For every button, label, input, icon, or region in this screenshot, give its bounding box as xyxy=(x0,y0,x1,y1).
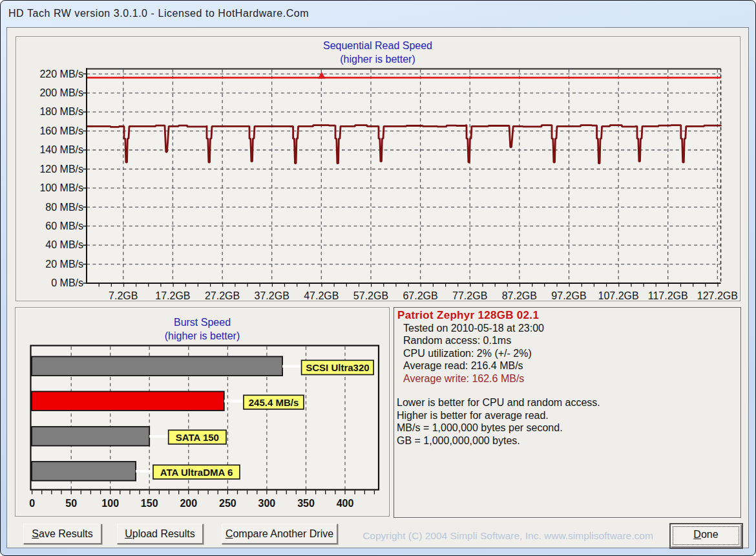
svg-text:27.2GB: 27.2GB xyxy=(205,290,240,301)
svg-text:160 MB/s: 160 MB/s xyxy=(39,125,83,136)
svg-text:100 MB/s: 100 MB/s xyxy=(39,182,83,193)
svg-text:150: 150 xyxy=(141,498,158,509)
svg-text:127.2GB: 127.2GB xyxy=(697,290,738,301)
svg-text:37.2GB: 37.2GB xyxy=(255,290,289,301)
svg-text:57.2GB: 57.2GB xyxy=(353,290,388,301)
svg-text:220 MB/s: 220 MB/s xyxy=(39,69,83,80)
svg-text:67.2GB: 67.2GB xyxy=(403,290,437,301)
svg-text:245.4 MB/s: 245.4 MB/s xyxy=(249,397,299,408)
svg-text:87.2GB: 87.2GB xyxy=(502,290,537,301)
svg-text:Burst Speed: Burst Speed xyxy=(174,317,231,328)
svg-text:0: 0 xyxy=(29,498,35,509)
svg-text:SCSI Ultra320: SCSI Ultra320 xyxy=(306,362,369,373)
svg-text:47.2GB: 47.2GB xyxy=(304,290,339,301)
svg-text:300: 300 xyxy=(258,498,276,509)
svg-text:250: 250 xyxy=(219,498,236,509)
svg-text:50: 50 xyxy=(65,498,77,509)
svg-text:(higher is better): (higher is better) xyxy=(340,54,415,65)
svg-text:ATA UltraDMA 6: ATA UltraDMA 6 xyxy=(160,467,233,478)
svg-text:40 MB/s: 40 MB/s xyxy=(45,239,83,250)
svg-text:17.2GB: 17.2GB xyxy=(155,290,190,301)
svg-text:20 MB/s: 20 MB/s xyxy=(45,259,83,270)
svg-text:120 MB/s: 120 MB/s xyxy=(39,164,83,175)
svg-text:77.2GB: 77.2GB xyxy=(452,290,487,301)
svg-text:97.2GB: 97.2GB xyxy=(551,290,586,301)
svg-text:80 MB/s: 80 MB/s xyxy=(45,202,83,213)
svg-text:7.2GB: 7.2GB xyxy=(109,290,138,301)
svg-text:200: 200 xyxy=(180,498,197,509)
svg-text:350: 350 xyxy=(297,498,315,509)
svg-text:200 MB/s: 200 MB/s xyxy=(39,87,83,98)
svg-text:400: 400 xyxy=(337,498,354,509)
svg-text:100: 100 xyxy=(101,498,119,509)
svg-text:60 MB/s: 60 MB/s xyxy=(45,220,83,231)
svg-text:180 MB/s: 180 MB/s xyxy=(39,106,83,117)
svg-text:Sequential Read Speed: Sequential Read Speed xyxy=(323,40,432,51)
svg-text:(higher is better): (higher is better) xyxy=(165,330,240,341)
svg-text:0 MB/s: 0 MB/s xyxy=(51,277,83,288)
svg-text:140 MB/s: 140 MB/s xyxy=(39,144,83,155)
svg-text:107.2GB: 107.2GB xyxy=(598,290,639,301)
svg-text:SATA 150: SATA 150 xyxy=(176,432,219,443)
svg-text:117.2GB: 117.2GB xyxy=(648,290,688,301)
